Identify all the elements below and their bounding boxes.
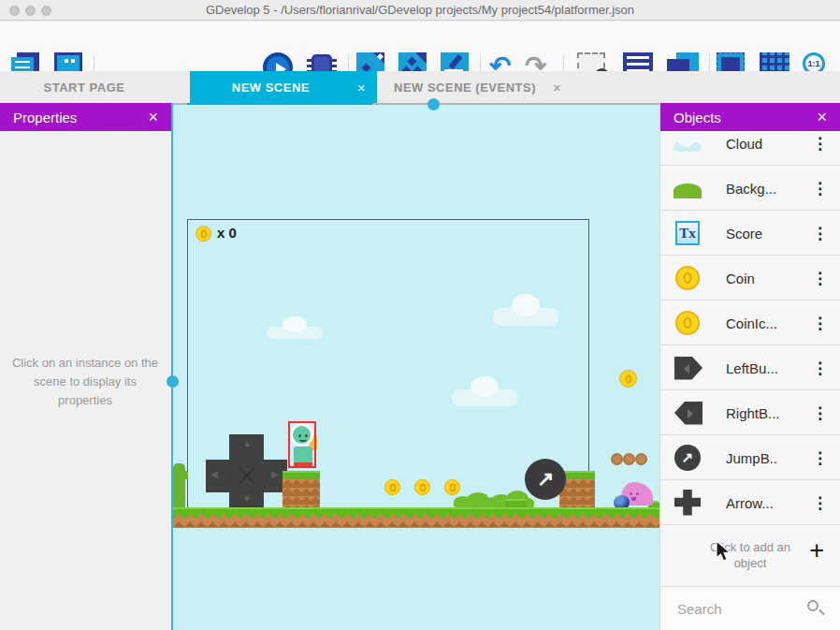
platform-block-instance[interactable]: [282, 471, 320, 507]
object-row-jumpbutton[interactable]: ↗ JumpB.. ⋮: [660, 435, 840, 480]
properties-panel: Properties × Click on an instance on the…: [0, 103, 171, 630]
toolbar: ↶ ↷ 1:1: [0, 22, 840, 71]
object-row-background[interactable]: Backg... ⋮: [660, 166, 840, 211]
left-button-icon: [672, 352, 703, 384]
objects-panel-title: Objects: [673, 110, 721, 125]
jump-arrow-icon: ↗: [537, 467, 554, 491]
object-label: Score: [726, 225, 762, 241]
properties-close-icon[interactable]: ×: [148, 108, 158, 127]
object-label: CoinIc...: [726, 315, 777, 330]
wood-decoration-instance[interactable]: [635, 453, 647, 465]
object-row-cloud[interactable]: Cloud ⋮: [660, 131, 840, 166]
object-menu-icon[interactable]: ⋮: [812, 358, 828, 377]
objects-panel-header: Objects ×: [660, 103, 840, 131]
object-menu-icon[interactable]: ⋮: [812, 492, 828, 512]
object-label: JumpB..: [726, 449, 777, 465]
properties-empty-message: Click on an instance on the scene to dis…: [11, 354, 159, 410]
panel-resize-handle[interactable]: [167, 375, 179, 388]
object-label: Coin: [726, 270, 755, 286]
canvas-top-resize-handle[interactable]: [427, 98, 440, 110]
selection-outline: [288, 421, 316, 468]
object-row-rightbutton[interactable]: RightB... ⋮: [660, 390, 840, 435]
object-row-coin[interactable]: Coin ⋮: [660, 256, 840, 300]
tab-start-page-label: START PAGE: [44, 81, 125, 95]
object-row-score[interactable]: Tx Score ⋮: [660, 211, 840, 256]
dpad-down-icon: ▼: [242, 493, 252, 504]
object-menu-icon[interactable]: ⋮: [812, 447, 828, 467]
objects-close-icon[interactable]: ×: [817, 108, 827, 127]
coin-instance[interactable]: [619, 370, 637, 388]
object-row-coinicon[interactable]: CoinIc... ⋮: [660, 300, 840, 345]
tab-bar: START PAGE NEW SCENE × NEW SCENE (EVENTS…: [0, 71, 840, 103]
object-menu-icon[interactable]: ⋮: [812, 403, 828, 422]
object-label: Backg...: [726, 180, 776, 196]
object-label: RightB...: [726, 404, 780, 420]
coin-instance[interactable]: [384, 479, 400, 495]
jump-button-icon: ↗: [672, 442, 703, 474]
cactus-arm: [183, 471, 188, 479]
cloud-icon: [672, 131, 703, 159]
mouse-cursor: [716, 540, 731, 563]
object-label: LeftBu...: [726, 359, 778, 375]
object-row-leftbutton[interactable]: LeftBu... ⋮: [660, 345, 840, 390]
scene-canvas[interactable]: x 0 ▲ ▼ ◀ ▶: [173, 103, 659, 630]
dpad-left-icon: ◀: [210, 469, 218, 479]
object-menu-icon[interactable]: ⋮: [812, 178, 828, 198]
search-input[interactable]: [677, 594, 799, 623]
tab-new-scene[interactable]: NEW SCENE ×: [190, 71, 377, 103]
right-button-icon: [672, 397, 703, 429]
title-bar: GDevelop 5 - /Users/florianrival/GDevelo…: [0, 0, 840, 21]
search-bar: [660, 587, 840, 630]
tab-new-scene-events-close-icon[interactable]: ×: [553, 80, 561, 95]
object-menu-icon[interactable]: ⋮: [812, 313, 828, 332]
active-tab-underline: [187, 103, 372, 105]
gdevelop-window: GDevelop 5 - /Users/florianrival/GDevelo…: [0, 0, 840, 630]
coin-counter-text[interactable]: x 0: [217, 225, 237, 241]
add-object-plus-icon[interactable]: +: [809, 536, 824, 565]
coin-icon-instance[interactable]: [196, 226, 211, 242]
wood-decoration-instance[interactable]: [611, 453, 623, 465]
wood-decoration-instance[interactable]: [623, 453, 635, 465]
tab-new-scene-events-label: NEW SCENE (EVENTS): [394, 81, 536, 95]
object-menu-icon[interactable]: ⋮: [812, 223, 828, 242]
dpad-up-icon: ▲: [242, 438, 252, 448]
dpad-right-icon: ▶: [271, 469, 279, 479]
window-title: GDevelop 5 - /Users/florianrival/GDevelo…: [0, 3, 840, 17]
text-object-icon: Tx: [672, 217, 703, 249]
tab-new-scene-close-icon[interactable]: ×: [357, 80, 366, 95]
properties-panel-header: Properties ×: [0, 103, 171, 131]
search-icon: [807, 600, 818, 611]
tab-new-scene-events[interactable]: NEW SCENE (EVENTS) ×: [377, 71, 601, 103]
tab-new-scene-label: NEW SCENE: [201, 81, 340, 95]
object-label: Cloud: [726, 135, 762, 151]
object-row-arrows[interactable]: Arrow... ⋮: [660, 480, 840, 525]
objects-list: Cloud ⋮ Backg... ⋮ Tx Score ⋮ Coin ⋮: [660, 131, 840, 525]
object-label: Arrow...: [726, 494, 774, 510]
hill-icon: [672, 172, 703, 204]
tab-start-page[interactable]: START PAGE: [0, 71, 168, 103]
jump-button-instance[interactable]: ↗: [525, 459, 566, 500]
coin-instance[interactable]: [414, 479, 430, 495]
dpad-cross-icon: [672, 487, 703, 519]
ground-instance[interactable]: [173, 507, 659, 528]
cactus-instance[interactable]: [173, 463, 185, 507]
add-object-area[interactable]: Click to add an object +: [660, 525, 840, 587]
coin-icon: [672, 307, 703, 339]
coin-icon: [672, 262, 703, 294]
properties-panel-title: Properties: [13, 110, 77, 125]
objects-panel: Objects × Cloud ⋮ Backg... ⋮ Tx Score ⋮: [659, 103, 840, 630]
add-object-label[interactable]: Click to add an object: [696, 540, 804, 572]
object-menu-icon[interactable]: ⋮: [812, 268, 828, 287]
object-menu-icon[interactable]: ⋮: [812, 133, 828, 153]
